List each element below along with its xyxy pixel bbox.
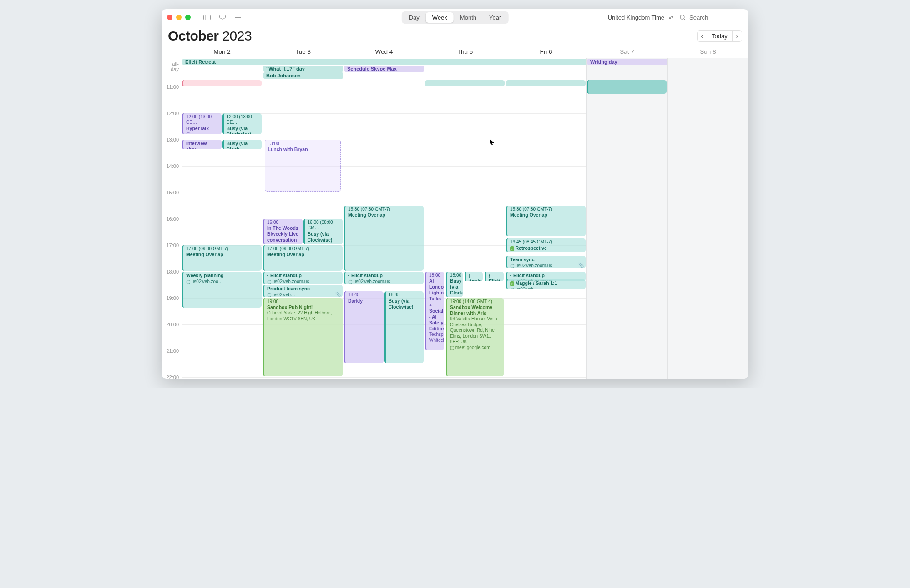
day-header: Sun 8	[667, 46, 748, 58]
svg-line-3	[684, 19, 685, 20]
day-column[interactable]: 15:30 (07:30 GMT-7)Meeting Overlap16:45 …	[506, 80, 586, 379]
event[interactable]: 13:00Lunch with Bryan	[265, 140, 341, 192]
event[interactable]: Interview abou…	[182, 140, 222, 149]
header: October 2023 ‹ Today ›	[162, 25, 748, 46]
grid-scroll: 11:0012:0013:0014:0015:0016:0017:0018:00…	[162, 80, 748, 379]
search-input[interactable]	[688, 14, 743, 21]
search-field[interactable]	[680, 14, 743, 21]
event[interactable]: 12:00 (13:00 CE…Busy (via Clockwise)▢ me…	[222, 113, 262, 134]
event[interactable]: 16:00In The Woods Biweekly Live conversa…	[263, 219, 303, 244]
day-column[interactable]: 18:00AI London Lightning Talks + Social …	[425, 80, 506, 379]
date-nav: ‹ Today ›	[697, 30, 742, 42]
svg-point-2	[680, 15, 684, 19]
today-button[interactable]: Today	[707, 31, 732, 41]
event[interactable]: { Elicit standup ▢ us02web.zoom.us	[344, 272, 424, 284]
event[interactable]	[182, 80, 262, 86]
prev-week-button[interactable]: ‹	[698, 31, 707, 41]
event[interactable]	[506, 80, 586, 86]
day-column[interactable]: 15:30 (07:30 GMT-7)Meeting Overlap{ Elic…	[344, 80, 425, 379]
view-month[interactable]: Month	[454, 12, 483, 23]
time-gutter: 11:0012:0013:0014:0015:0016:0017:0018:00…	[162, 80, 182, 379]
hour-label: 15:00	[166, 190, 179, 195]
window-controls	[167, 15, 191, 20]
event[interactable]: { Elicit…	[485, 272, 504, 281]
allday-column[interactable]	[667, 58, 748, 80]
day-header: Wed 4	[344, 46, 425, 58]
year-label: 2023	[222, 28, 252, 43]
allday-event[interactable]: Schedule Skype Max	[344, 66, 424, 72]
hour-label: 19:00	[166, 295, 179, 301]
hour-label: 21:00	[166, 348, 179, 354]
event[interactable]: 16:45 (08:45 GMT-7)↕Retrospective ▢ us02…	[506, 238, 586, 252]
event[interactable]: 16:00 (08:00 GM…Busy (via Clockwise)	[303, 219, 343, 244]
toolbar-icons	[203, 14, 242, 20]
event[interactable]: 15:30 (07:30 GMT-7)Meeting Overlap	[506, 206, 586, 237]
event[interactable]: Team sync ▢ us02web.zoom.us📎	[506, 256, 586, 268]
allday-section: all-dayElicit Retreat"What if...?" dayBo…	[162, 58, 748, 80]
svg-rect-0	[204, 15, 211, 20]
event[interactable]: 12:00 (13:00 CE…HyperTalk▢ meet.google.c…	[182, 113, 222, 134]
view-week[interactable]: Week	[426, 12, 454, 23]
event[interactable]	[425, 80, 505, 86]
hour-label: 13:00	[166, 137, 179, 142]
sidebar-toggle-icon[interactable]	[203, 14, 211, 20]
plus-icon[interactable]	[234, 14, 242, 20]
month-year-label: October 2023	[168, 28, 252, 44]
day-column[interactable]	[667, 80, 748, 379]
hour-label: 17:00	[166, 243, 179, 248]
event[interactable]: 15:30 (07:30 GMT-7)Meeting Overlap	[344, 206, 424, 271]
view-segment: Day Week Month Year	[402, 11, 509, 24]
hour-label: 22:00	[166, 375, 179, 379]
event[interactable]: 18:00AI London Lightning Talks + Social …	[425, 272, 444, 350]
view-year[interactable]: Year	[483, 12, 507, 23]
day-headers: Mon 2Tue 3Wed 4Thu 5Fri 6Sat 7Sun 8	[162, 46, 748, 58]
allday-column[interactable]: Schedule Skype Max	[344, 58, 425, 80]
close-icon[interactable]	[167, 15, 172, 20]
zoom-icon[interactable]	[185, 15, 191, 20]
event[interactable]: Product team sync ▢ us02web…📎	[263, 285, 343, 297]
day-column[interactable]: 13:00Lunch with Bryan16:00In The Woods B…	[263, 80, 344, 379]
event[interactable]: 18:45Busy (via Clockwise)	[384, 291, 424, 363]
timed-grid[interactable]: 11:0012:0013:0014:0015:0016:0017:0018:00…	[162, 80, 748, 379]
inbox-icon[interactable]	[219, 14, 226, 20]
hour-label: 11:00	[166, 84, 179, 90]
allday-column[interactable]: Elicit Retreat	[182, 58, 263, 80]
allday-event[interactable]: "What if...?" day	[263, 66, 343, 72]
minimize-icon[interactable]	[176, 15, 182, 20]
event[interactable]: Weekly planning ▢ us02web.zoo…	[182, 272, 262, 308]
month-label: October	[168, 28, 219, 43]
hour-label: 12:00	[166, 111, 179, 116]
event[interactable]: Busy (via Clock…	[222, 140, 262, 149]
day-column[interactable]: 12:00 (13:00 CE…HyperTalk▢ meet.google.c…	[182, 80, 263, 379]
event[interactable]: 18:00Busy (via Clockwise)	[446, 272, 463, 297]
event[interactable]: { Elicit standup ▢ us02web.zoom.us	[263, 272, 343, 284]
event[interactable]: 17:00 (09:00 GMT-7)Meeting Overlap	[182, 245, 262, 271]
allday-column[interactable]: "What if...?" dayBob Johansen	[263, 58, 344, 80]
hour-label: 14:00	[166, 163, 179, 169]
next-week-button[interactable]: ›	[733, 31, 742, 41]
event[interactable]: [ Analy…	[465, 272, 483, 281]
event[interactable]: 17:00 (09:00 GMT-7)Meeting Overlap	[263, 245, 343, 271]
day-header: Sat 7	[586, 46, 667, 58]
allday-label: all-day	[162, 58, 182, 80]
hour-label: 20:00	[166, 322, 179, 327]
event[interactable]: 19:00 (14:00 GMT-4)Sandbox Welcome Dinne…	[446, 298, 504, 376]
allday-event[interactable]: Writing day	[587, 59, 667, 65]
hour-label: 18:00	[166, 269, 179, 274]
timezone-select[interactable]: United Kingdom Time ▴▾	[608, 14, 673, 21]
event[interactable]: 19:00Sandbox Pub Night!Cittie of Yorke, …	[263, 298, 343, 376]
calendar-window: Day Week Month Year United Kingdom Time …	[162, 9, 748, 379]
allday-column[interactable]	[425, 58, 506, 80]
day-header: Mon 2	[182, 46, 263, 58]
allday-column[interactable]	[506, 58, 586, 80]
view-day[interactable]: Day	[403, 12, 426, 23]
allday-event[interactable]: Bob Johansen	[263, 72, 343, 79]
timezone-label: United Kingdom Time	[608, 14, 664, 21]
event[interactable]: 18:45Darkly	[344, 291, 384, 363]
day-column[interactable]	[586, 80, 667, 379]
titlebar: Day Week Month Year United Kingdom Time …	[162, 9, 748, 25]
event[interactable]: ↕Maggie / Sarah 1:1 ▢ us02web.…	[506, 279, 586, 289]
event[interactable]	[587, 80, 667, 94]
allday-column[interactable]: Writing day	[586, 58, 667, 80]
search-icon	[680, 15, 686, 20]
